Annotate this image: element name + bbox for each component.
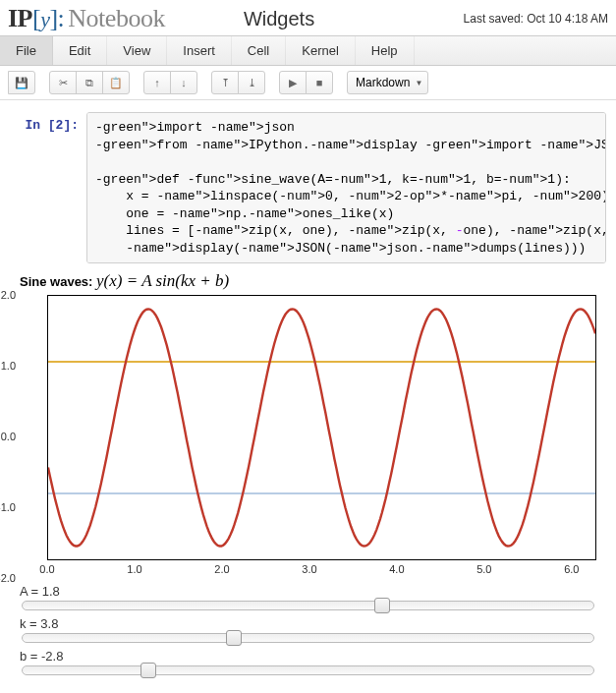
x-tick-label: 4.0: [389, 563, 404, 575]
output-area: Sine waves: y(x) = A sin(kx + b) -2.0-1.…: [10, 271, 606, 689]
slider-label-k: k = 3.8: [20, 616, 596, 631]
paste-icon: 📋: [109, 77, 123, 89]
copy-button[interactable]: ⧉: [76, 71, 103, 94]
save-button[interactable]: 💾: [8, 71, 35, 94]
cell-type-select[interactable]: Markdown: [347, 71, 428, 94]
slider-b: b = -2.8: [20, 649, 596, 675]
slider-label-A: A = 1.8: [20, 584, 596, 599]
x-tick-label: 5.0: [476, 563, 491, 575]
move-up-button[interactable]: ↑: [143, 71, 171, 94]
slider-label-b: b = -2.8: [20, 649, 596, 664]
code-cell[interactable]: In [2]: -green">import -name">json -gree…: [10, 112, 606, 263]
menu-edit[interactable]: Edit: [53, 36, 107, 65]
slider-track-k[interactable]: [22, 633, 594, 643]
notebook-title[interactable]: Widgets: [244, 8, 314, 30]
output-formula: y(x) = A sin(kx + b): [96, 271, 229, 290]
y-tick-label: -1.0: [0, 501, 16, 513]
y-axis: -2.0-1.00.01.02.0: [0, 295, 18, 578]
output-title: Sine waves: y(x) = A sin(kx + b): [20, 271, 596, 291]
x-tick-label: 6.0: [564, 563, 579, 575]
slider-thumb-k[interactable]: [226, 630, 242, 646]
toolbar-group-edit: ✂ ⧉ 📋: [49, 71, 130, 94]
y-tick-label: -2.0: [0, 572, 16, 584]
paste-button[interactable]: 📋: [102, 71, 130, 94]
x-tick-label: 1.0: [127, 563, 141, 575]
slider-thumb-b[interactable]: [140, 663, 156, 678]
logo: IP[y]:Notebook: [8, 4, 165, 33]
toolbar-group-insert: ⤒ ⤓: [211, 71, 265, 94]
logo-bracket-open: [: [32, 4, 40, 32]
menu-view[interactable]: View: [107, 36, 167, 65]
menubar: File Edit View Insert Cell Kernel Help: [0, 36, 616, 66]
chart-svg: [48, 296, 595, 559]
logo-ip: IP: [8, 4, 32, 32]
x-tick-label: 0.0: [39, 563, 54, 575]
chart-plot-area: [47, 295, 596, 560]
menu-file[interactable]: File: [0, 36, 53, 65]
slider-track-b[interactable]: [22, 665, 594, 675]
input-prompt: In [2]:: [10, 112, 86, 263]
slider-A: A = 1.8: [20, 584, 596, 610]
insert-below-button[interactable]: ⤓: [238, 71, 265, 94]
copy-icon: ⧉: [85, 77, 93, 89]
chart-container: -2.0-1.00.01.02.0 0.01.02.03.04.05.06.0: [20, 295, 596, 578]
y-tick-label: 0.0: [0, 431, 16, 442]
menu-kernel[interactable]: Kernel: [286, 36, 356, 65]
slider-thumb-A[interactable]: [374, 598, 390, 613]
stop-button[interactable]: ■: [306, 71, 333, 94]
last-saved-label: Last saved: Oct 10 4:18 AM: [464, 12, 608, 26]
insert-above-button[interactable]: ⤒: [211, 71, 239, 94]
run-button[interactable]: ▶: [279, 71, 307, 94]
arrow-down-bar-icon: ⤓: [248, 77, 256, 89]
header-bar: IP[y]:Notebook Widgets Last saved: Oct 1…: [0, 0, 616, 36]
cut-button[interactable]: ✂: [49, 71, 77, 94]
notebook-area: In [2]: -green">import -name">json -gree…: [0, 100, 616, 693]
y-tick-label: 2.0: [0, 289, 16, 301]
toolbar: 💾 ✂ ⧉ 📋 ↑ ↓ ⤒ ⤓ ▶ ■ Markdown: [0, 66, 616, 100]
cell-type-value: Markdown: [356, 76, 410, 89]
x-tick-label: 3.0: [302, 563, 316, 575]
toolbar-group-move: ↑ ↓: [143, 71, 197, 94]
save-icon: 💾: [15, 77, 28, 89]
arrow-up-icon: ↑: [154, 77, 160, 88]
slider-track-A[interactable]: [22, 601, 594, 610]
logo-colon: :: [58, 4, 65, 32]
chart-series-line: [48, 310, 595, 547]
arrow-up-bar-icon: ⤒: [221, 77, 230, 89]
menu-cell[interactable]: Cell: [232, 36, 286, 65]
stop-icon: ■: [316, 77, 323, 88]
x-tick-label: 2.0: [214, 563, 229, 575]
output-title-prefix: Sine waves:: [20, 274, 96, 289]
logo-notebook: Notebook: [68, 4, 165, 32]
menu-help[interactable]: Help: [356, 36, 415, 65]
arrow-down-icon: ↓: [181, 77, 187, 88]
sliders-container: A = 1.8k = 3.8b = -2.8: [20, 584, 596, 675]
y-tick-label: 1.0: [0, 360, 16, 372]
logo-bracket-close: ]: [49, 4, 57, 32]
toolbar-group-save: 💾: [8, 71, 35, 94]
x-axis: 0.01.02.03.04.05.06.0: [47, 562, 596, 578]
play-icon: ▶: [289, 77, 297, 89]
code-editor[interactable]: -green">import -name">json -green">from …: [86, 112, 606, 263]
cut-icon: ✂: [59, 77, 68, 89]
slider-k: k = 3.8: [20, 616, 596, 643]
move-down-button[interactable]: ↓: [170, 71, 197, 94]
menu-insert[interactable]: Insert: [167, 36, 232, 65]
toolbar-group-run: ▶ ■: [279, 71, 333, 94]
